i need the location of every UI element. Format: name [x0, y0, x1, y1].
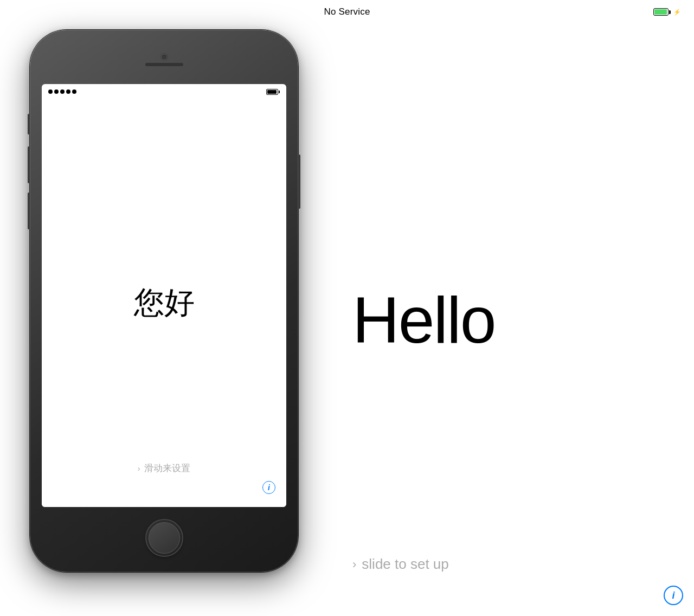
main-content-area: Hello › slide to set up — [320, 24, 694, 616]
phone-slide-to-setup[interactable]: › 滑动来设置 — [42, 462, 286, 474]
battery-bolt-icon: ⚡ — [673, 9, 681, 16]
no-service-label: No Service — [324, 7, 370, 17]
signal-dot-2 — [54, 89, 59, 94]
battery-cap — [669, 10, 671, 14]
main-info-button[interactable]: i — [664, 586, 683, 605]
slide-setup-label: slide to set up — [362, 556, 448, 573]
ipad-status-bar: No Service ⚡ — [0, 0, 694, 24]
iphone-battery-fill — [267, 90, 277, 94]
chinese-hello-text: 您好 — [134, 283, 195, 324]
home-button-inner — [149, 522, 180, 554]
slide-to-set-up[interactable]: › slide to set up — [352, 556, 449, 573]
phone-info-button[interactable]: i — [262, 481, 275, 494]
battery-body — [653, 8, 669, 16]
battery-icon — [653, 8, 671, 16]
battery-fill — [654, 9, 667, 15]
hello-heading: Hello — [352, 287, 495, 352]
signal-dots — [48, 89, 76, 94]
screen-content: 您好 › 滑动来设置 i — [42, 99, 286, 507]
signal-dot-3 — [60, 89, 65, 94]
front-camera-icon — [162, 54, 167, 60]
signal-dot-4 — [66, 89, 70, 94]
iphone-battery-cap — [279, 91, 280, 93]
iphone-battery-small — [266, 89, 280, 95]
iphone-status-bar — [42, 84, 286, 99]
iphone-battery-body — [266, 89, 278, 95]
signal-dot-1 — [48, 89, 53, 94]
battery-indicator: ⚡ — [653, 8, 681, 16]
phone-slide-label: 滑动来设置 — [144, 462, 190, 474]
main-chevron-icon: › — [352, 557, 356, 572]
phone-chevron-icon: › — [138, 464, 140, 473]
home-button[interactable] — [145, 519, 183, 557]
signal-dot-5 — [72, 89, 76, 94]
mute-button[interactable] — [28, 114, 30, 134]
main-info-icon: i — [672, 590, 674, 601]
iphone-screen: 您好 › 滑动来设置 i — [42, 84, 286, 507]
iphone-top-area — [30, 36, 298, 84]
volume-down-button[interactable] — [28, 193, 30, 229]
volume-up-button[interactable] — [28, 146, 30, 183]
iphone-device: 您好 › 滑动来设置 i — [30, 30, 298, 572]
iphone-body: 您好 › 滑动来设置 i — [30, 30, 298, 572]
phone-info-icon: i — [268, 483, 270, 492]
speaker-icon — [145, 63, 183, 66]
power-button[interactable] — [298, 155, 300, 209]
